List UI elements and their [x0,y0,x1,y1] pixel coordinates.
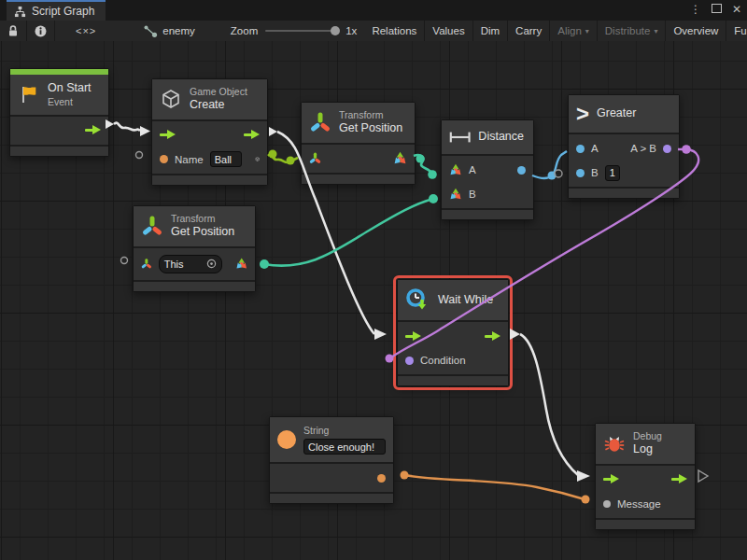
node-category: Game Object [190,86,247,98]
string-output-port[interactable] [377,474,386,483]
node-category: Transform [171,213,234,225]
input-b-port[interactable] [576,169,585,177]
cube-icon [160,88,182,110]
zoom-slider-knob[interactable] [331,26,340,35]
message-input-port[interactable] [603,500,611,508]
unconnected-input-indicator [555,170,562,177]
transform-input-port[interactable] [309,152,321,164]
flow-output-port[interactable] [244,130,260,140]
string-type-icon [277,430,296,449]
node-category: Debug [633,430,662,442]
flow-input-port[interactable] [405,331,421,342]
align-button[interactable]: Align▾ [549,21,597,41]
node-title: Log [633,442,662,457]
target-object-field[interactable]: This [159,255,222,273]
wire-distance-to-greater [532,151,567,180]
node-subtitle: Event [48,96,92,108]
zoom-value: 1x [345,25,357,36]
name-input-port[interactable] [160,155,168,163]
node-title: String [303,425,386,437]
node-greater[interactable]: > Greater A A > B B [568,94,680,199]
window-close-icon[interactable]: ✕ [732,3,741,16]
node-distance[interactable]: Distance A [441,119,534,220]
greater-icon: > [576,104,589,124]
output-label: A > B [630,143,656,154]
wire-getposition-to-distance-a [414,155,437,179]
vector3-output-port[interactable] [235,257,248,271]
node-footer [569,187,679,198]
name-value-field[interactable] [210,151,242,167]
transform-input-port[interactable] [141,258,152,270]
result-output-port[interactable] [663,145,671,153]
flow-output-port[interactable] [85,125,101,135]
transform-icon [309,111,331,133]
carry-button[interactable]: Carry [507,21,549,41]
string-value-field[interactable] [303,439,386,455]
tab-title: Script Graph [32,5,94,18]
wire-create-to-getposition [268,150,298,165]
node-get-position-left[interactable]: Transform Get Position This [133,205,256,292]
distribute-button[interactable]: Distribute▾ [597,21,666,41]
edit-source-button[interactable]: <×> [54,21,117,41]
flag-icon [18,83,40,105]
input-a-label: A [469,164,476,175]
lock-button[interactable] [0,21,26,41]
node-title: Get Position [171,225,234,240]
graph-tab-icon [14,6,26,18]
flow-output-port[interactable] [671,474,687,484]
info-icon [35,25,47,37]
zoom-slider[interactable] [265,30,338,32]
inspect-button[interactable] [26,21,54,41]
title-bar: Script Graph ⋮ ✕ [0,0,747,21]
message-label: Message [617,498,661,510]
node-title: Wait While [438,293,493,308]
flow-input-port[interactable] [160,130,176,140]
zoom-label: Zoom [231,25,258,36]
values-button[interactable]: Values [424,21,472,41]
condition-label: Condition [420,355,466,366]
graph-breadcrumb[interactable]: enemy [143,24,195,38]
graph-toolbar: <×> enemy Zoom 1x Relations Values Dim C… [0,21,747,42]
node-footer [398,374,508,385]
condition-input-port[interactable] [405,357,414,365]
caret-down-icon: ▾ [654,27,657,35]
relations-button[interactable]: Relations [364,21,424,41]
window-menu-icon[interactable]: ⋮ [690,3,701,16]
node-wait-while[interactable]: Wait While Condition [397,279,509,386]
node-string-literal[interactable]: String [269,416,394,504]
transform-icon [141,215,163,237]
dim-button[interactable]: Dim [472,21,507,41]
window-maximize-icon[interactable] [712,3,722,16]
node-get-position-top[interactable]: Transform Get Position [301,102,416,185]
node-title: Get Position [339,121,402,136]
overview-button[interactable]: Overview [665,21,726,41]
input-b-label: B [591,167,599,178]
script-graph-window: Script Graph ⋮ ✕ <×> [0,0,747,560]
node-category: Transform [339,109,402,121]
full-screen-button[interactable]: Full Screen [726,21,747,41]
tab-script-graph[interactable]: Script Graph [7,0,106,21]
node-on-start-event[interactable]: On Start Event [9,68,109,157]
graph-canvas[interactable]: On Start Event Game Object Create [0,41,747,560]
flow-output-port[interactable] [485,331,500,342]
node-debug-log[interactable]: Debug Log Message [595,423,696,530]
game-object-output-port[interactable] [255,152,260,166]
node-footer [152,174,267,185]
node-footer [596,518,695,529]
graph-node-icon [143,24,158,38]
distance-output-port[interactable] [517,166,526,175]
vector3-input-port-b[interactable] [449,188,462,201]
vector3-input-port-a[interactable] [449,163,462,176]
input-a-port[interactable] [576,145,585,153]
node-title: Greater [597,106,636,121]
b-value-field[interactable] [605,165,620,181]
object-picker-icon[interactable] [206,259,217,269]
node-game-object-create[interactable]: Game Object Create Name [151,78,268,186]
vector3-output-port[interactable] [393,151,407,165]
flow-input-port[interactable] [603,474,619,484]
unconnected-flow-indicator [698,470,708,482]
wait-clock-icon [405,287,430,313]
input-a-label: A [591,143,599,154]
input-b-label: B [469,189,476,200]
wire-string-to-message [401,471,590,504]
